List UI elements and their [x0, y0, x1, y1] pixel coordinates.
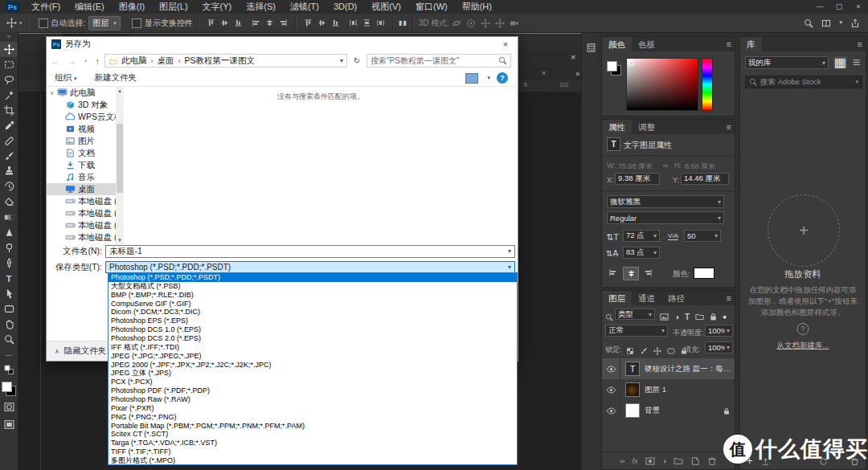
text-color-swatch[interactable]	[694, 268, 714, 279]
tool-rect[interactable]	[0, 301, 18, 317]
tree-item[interactable]: 本地磁盘 (D:)	[47, 207, 124, 219]
library-select[interactable]: 我的库▾	[745, 56, 829, 69]
scroll-thumb[interactable]	[117, 124, 123, 193]
align-right-icon[interactable]	[234, 18, 243, 28]
tree-scrollbar[interactable]: ▲ ▼	[116, 87, 124, 244]
delete-layer-icon[interactable]	[707, 456, 717, 466]
tool-history[interactable]	[0, 179, 18, 194]
format-option[interactable]: PNG (*.PNG;*.PNG)	[108, 413, 517, 422]
layer-row[interactable]: 背景	[602, 400, 735, 421]
visibility-eye-icon[interactable]	[602, 379, 620, 400]
align-text-center-button[interactable]	[623, 267, 639, 280]
new-folder-button[interactable]: 新建文件夹	[95, 72, 137, 84]
layer-style-icon[interactable]: fx	[632, 457, 637, 465]
lock-artboard-icon[interactable]	[667, 343, 675, 358]
drop-target[interactable]: +	[768, 194, 840, 267]
maximize-button[interactable]: ▢	[829, 0, 849, 14]
breadcrumb-chevron-icon[interactable]: ▾	[340, 57, 346, 64]
format-option[interactable]: Pixar (*.PXR)	[108, 404, 517, 413]
tool-stamp[interactable]	[0, 164, 18, 179]
link-wh-icon[interactable]: ∞	[663, 161, 668, 170]
tab-paths[interactable]: 路径	[661, 291, 691, 305]
3d-roll-icon[interactable]	[466, 18, 476, 27]
auto-select-checkbox[interactable]	[39, 18, 48, 28]
tool-marquee[interactable]	[0, 57, 18, 72]
tab-adjustments[interactable]: 调整	[632, 120, 661, 134]
lock-paint-icon[interactable]	[640, 343, 648, 358]
tab-color[interactable]: 颜色	[602, 37, 632, 51]
tab-swatches[interactable]: 色板	[632, 37, 661, 51]
organize-button[interactable]: 组织▾	[55, 72, 77, 84]
lock-position-icon[interactable]	[653, 343, 661, 358]
dialog-help-icon[interactable]: ?	[497, 72, 508, 84]
layer-filter-select[interactable]: 类型▾	[615, 309, 655, 320]
filter-adjustment-icon[interactable]: ◑	[674, 313, 679, 321]
tool-type[interactable]: T	[0, 271, 18, 286]
menubar-item[interactable]: 文字(Y)	[195, 0, 240, 14]
3d-orbit-icon[interactable]	[452, 18, 461, 27]
menubar-item[interactable]: 编辑(E)	[68, 0, 112, 14]
new-library-link[interactable]: 从文档新建库...	[740, 341, 866, 351]
distribute-middle-icon[interactable]	[317, 18, 326, 28]
format-option[interactable]: Targa (*.TGA;*.VDA;*.ICB;*.VST)	[108, 439, 517, 448]
filter-shape-icon[interactable]	[695, 309, 704, 324]
help-icon[interactable]: ?	[797, 323, 809, 335]
distribute-top-icon[interactable]	[304, 18, 313, 28]
up-icon[interactable]: ↑	[96, 56, 100, 66]
search-icon[interactable]	[804, 18, 813, 27]
format-option[interactable]: PCX (*.PCX)	[108, 378, 517, 386]
tree-item[interactable]: 桌面	[47, 183, 124, 195]
y-value-field[interactable]: 14.46 厘米	[684, 174, 726, 184]
tree-item[interactable]: 视频	[47, 123, 124, 135]
workspace-chevron-icon[interactable]: ▾	[839, 19, 842, 26]
refresh-icon[interactable]: ↻	[350, 54, 363, 67]
filename-input[interactable]: 未标题-1▾	[105, 245, 515, 258]
dialog-search-input[interactable]: 搜索"PS教程第一课图文"	[366, 54, 511, 67]
saturation-picker[interactable]	[626, 58, 698, 111]
filetype-combobox[interactable]: Photoshop (*.PSD;*.PDD;*.PSDT)▾	[105, 261, 515, 273]
tab-layers[interactable]: 图层	[602, 291, 632, 305]
tree-item[interactable]: ∨此电脑	[47, 87, 124, 99]
toolstrip-collapse-icon[interactable]: »	[7, 32, 10, 42]
tool-arrow[interactable]	[0, 286, 18, 301]
close-button[interactable]: ×	[849, 0, 868, 14]
format-option[interactable]: Photoshop DCS 1.0 (*.EPS)	[108, 325, 517, 334]
tree-item[interactable]: 下载	[47, 159, 124, 171]
new-layer-icon[interactable]	[690, 456, 700, 466]
distribute-h-icon[interactable]	[349, 18, 358, 28]
visibility-eye-icon[interactable]	[602, 400, 620, 421]
tool-move[interactable]	[0, 42, 18, 57]
tree-item[interactable]: 本地磁盘 (C:)	[47, 195, 124, 207]
font-style-select[interactable]: Regular▾	[607, 211, 724, 224]
menubar-item[interactable]: 图像(I)	[112, 0, 152, 14]
recent-locations-icon[interactable]: ▾	[84, 58, 88, 64]
format-option[interactable]: Photoshop (*.PSD;*.PDD;*.PSDT)	[108, 273, 517, 282]
filter-pixel-icon[interactable]	[660, 309, 669, 324]
format-option[interactable]: TIFF (*.TIF;*.TIFF)	[108, 448, 517, 456]
menubar-item[interactable]: 窗口(W)	[408, 0, 455, 14]
distribute-v-icon[interactable]	[362, 18, 371, 28]
tree-item[interactable]: 文档	[47, 147, 124, 159]
filter-type-icon[interactable]: T	[685, 313, 690, 321]
font-family-select[interactable]: 微软雅黑▾	[607, 195, 724, 208]
tool-pen[interactable]	[0, 255, 18, 271]
tree-item[interactable]: 本地磁盘 (E:)	[47, 219, 124, 231]
scroll-down-icon[interactable]: ▼	[116, 236, 124, 244]
auto-select-dropdown[interactable]: 图层▾	[88, 16, 121, 31]
tool-brush[interactable]	[0, 149, 18, 164]
dialog-close-icon[interactable]: ×	[493, 37, 518, 51]
menubar-item[interactable]: 选择(S)	[239, 0, 283, 14]
default-colors-icon[interactable]	[4, 364, 14, 378]
tool-hand[interactable]	[0, 317, 18, 332]
quick-mask-icon[interactable]	[4, 399, 14, 414]
x-value-field[interactable]: 9.38 厘米	[618, 174, 657, 184]
layer-row[interactable]: 图层 1	[602, 379, 735, 400]
3d-camera-icon[interactable]	[510, 18, 519, 27]
distribute-bottom-icon[interactable]	[331, 18, 340, 28]
hue-slider[interactable]	[702, 58, 713, 111]
breadcrumb-item[interactable]: 此电脑	[121, 55, 147, 67]
tool-crop[interactable]	[0, 103, 18, 118]
format-option[interactable]: CompuServe GIF (*.GIF)	[108, 300, 517, 309]
filter-smartobj-icon[interactable]	[710, 309, 717, 324]
format-option[interactable]: Dicom (*.DCM;*.DC3;*.DIC)	[108, 308, 517, 317]
